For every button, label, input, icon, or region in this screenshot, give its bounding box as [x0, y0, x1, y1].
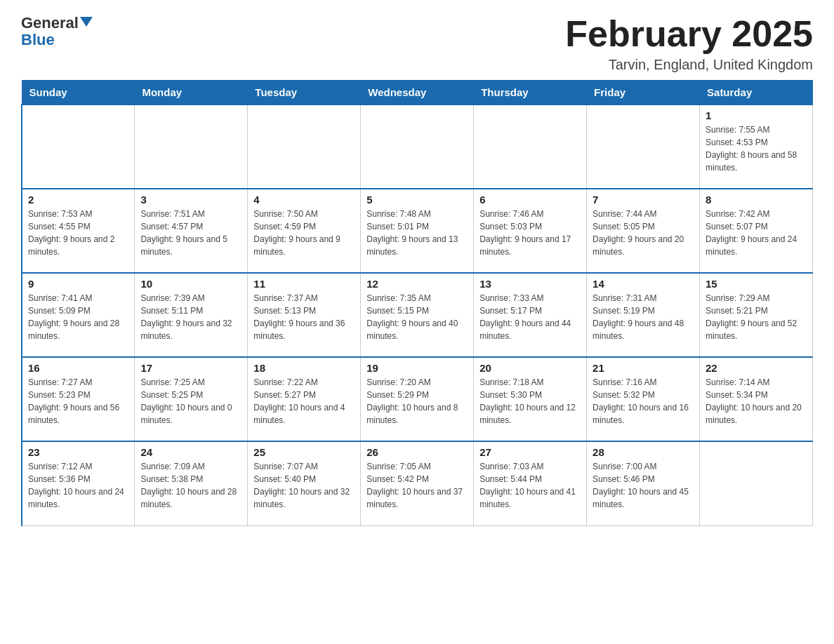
calendar-cell: 28Sunrise: 7:00 AM Sunset: 5:46 PM Dayli…	[587, 441, 700, 525]
day-number: 2	[28, 194, 128, 206]
day-info: Sunrise: 7:50 AM Sunset: 4:59 PM Dayligh…	[253, 208, 355, 258]
calendar-week-row: 9Sunrise: 7:41 AM Sunset: 5:09 PM Daylig…	[22, 273, 813, 357]
calendar-cell: 1Sunrise: 7:55 AM Sunset: 4:53 PM Daylig…	[700, 105, 813, 189]
day-info: Sunrise: 7:35 AM Sunset: 5:15 PM Dayligh…	[366, 292, 468, 342]
calendar-week-row: 23Sunrise: 7:12 AM Sunset: 5:36 PM Dayli…	[22, 441, 813, 525]
calendar-week-row: 1Sunrise: 7:55 AM Sunset: 4:53 PM Daylig…	[22, 105, 813, 189]
calendar-cell	[587, 105, 700, 189]
day-info: Sunrise: 7:20 AM Sunset: 5:29 PM Dayligh…	[366, 376, 468, 427]
day-number: 6	[479, 194, 581, 206]
calendar-cell: 6Sunrise: 7:46 AM Sunset: 5:03 PM Daylig…	[474, 189, 587, 273]
day-number: 26	[366, 446, 468, 458]
day-info: Sunrise: 7:29 AM Sunset: 5:21 PM Dayligh…	[706, 292, 807, 342]
day-number: 8	[706, 194, 807, 206]
calendar-header-row: SundayMondayTuesdayWednesdayThursdayFrid…	[22, 81, 813, 105]
calendar-cell: 14Sunrise: 7:31 AM Sunset: 5:19 PM Dayli…	[587, 273, 700, 357]
calendar-cell: 2Sunrise: 7:53 AM Sunset: 4:55 PM Daylig…	[22, 189, 135, 273]
calendar-cell: 25Sunrise: 7:07 AM Sunset: 5:40 PM Dayli…	[248, 441, 361, 525]
calendar-cell: 27Sunrise: 7:03 AM Sunset: 5:44 PM Dayli…	[474, 441, 587, 525]
calendar-header-saturday: Saturday	[700, 81, 813, 105]
calendar-cell: 16Sunrise: 7:27 AM Sunset: 5:23 PM Dayli…	[22, 357, 135, 441]
calendar-table: SundayMondayTuesdayWednesdayThursdayFrid…	[21, 80, 813, 526]
location-subtitle: Tarvin, England, United Kingdom	[565, 57, 813, 73]
day-info: Sunrise: 7:42 AM Sunset: 5:07 PM Dayligh…	[706, 208, 807, 258]
day-number: 13	[479, 278, 581, 290]
calendar-week-row: 2Sunrise: 7:53 AM Sunset: 4:55 PM Daylig…	[22, 189, 813, 273]
calendar-cell: 9Sunrise: 7:41 AM Sunset: 5:09 PM Daylig…	[22, 273, 135, 357]
day-number: 17	[140, 362, 241, 374]
calendar-cell	[700, 441, 813, 525]
calendar-week-row: 16Sunrise: 7:27 AM Sunset: 5:23 PM Dayli…	[22, 357, 813, 441]
calendar-cell: 8Sunrise: 7:42 AM Sunset: 5:07 PM Daylig…	[700, 189, 813, 273]
logo-general-text: General	[21, 14, 79, 32]
calendar-cell: 21Sunrise: 7:16 AM Sunset: 5:32 PM Dayli…	[587, 357, 700, 441]
calendar-cell: 19Sunrise: 7:20 AM Sunset: 5:29 PM Dayli…	[361, 357, 474, 441]
day-number: 1	[706, 109, 807, 121]
calendar-cell: 15Sunrise: 7:29 AM Sunset: 5:21 PM Dayli…	[700, 273, 813, 357]
title-section: February 2025 Tarvin, England, United Ki…	[565, 14, 813, 73]
logo-blue-text: Blue	[21, 31, 55, 49]
day-info: Sunrise: 7:44 AM Sunset: 5:05 PM Dayligh…	[593, 208, 694, 258]
calendar-cell	[135, 105, 248, 189]
day-number: 7	[593, 194, 694, 206]
day-number: 19	[366, 362, 468, 374]
calendar-header-wednesday: Wednesday	[361, 81, 474, 105]
day-number: 24	[140, 446, 241, 458]
calendar-cell: 23Sunrise: 7:12 AM Sunset: 5:36 PM Dayli…	[22, 441, 135, 525]
day-info: Sunrise: 7:55 AM Sunset: 4:53 PM Dayligh…	[706, 123, 807, 174]
day-info: Sunrise: 7:48 AM Sunset: 5:01 PM Dayligh…	[366, 208, 468, 258]
calendar-cell: 11Sunrise: 7:37 AM Sunset: 5:13 PM Dayli…	[248, 273, 361, 357]
day-number: 18	[253, 362, 355, 374]
calendar-cell: 13Sunrise: 7:33 AM Sunset: 5:17 PM Dayli…	[474, 273, 587, 357]
day-info: Sunrise: 7:22 AM Sunset: 5:27 PM Dayligh…	[253, 376, 355, 427]
calendar-cell: 7Sunrise: 7:44 AM Sunset: 5:05 PM Daylig…	[587, 189, 700, 273]
day-info: Sunrise: 7:16 AM Sunset: 5:32 PM Dayligh…	[593, 376, 694, 427]
calendar-cell: 10Sunrise: 7:39 AM Sunset: 5:11 PM Dayli…	[135, 273, 248, 357]
calendar-cell: 12Sunrise: 7:35 AM Sunset: 5:15 PM Dayli…	[361, 273, 474, 357]
day-number: 28	[593, 446, 694, 458]
day-number: 5	[366, 194, 468, 206]
day-info: Sunrise: 7:07 AM Sunset: 5:40 PM Dayligh…	[253, 460, 355, 511]
calendar-cell: 24Sunrise: 7:09 AM Sunset: 5:38 PM Dayli…	[135, 441, 248, 525]
day-number: 11	[253, 278, 355, 290]
day-info: Sunrise: 7:25 AM Sunset: 5:25 PM Dayligh…	[140, 376, 241, 427]
day-number: 4	[253, 194, 355, 206]
logo: General Blue	[21, 14, 93, 49]
day-info: Sunrise: 7:18 AM Sunset: 5:30 PM Dayligh…	[479, 376, 581, 427]
day-number: 3	[140, 194, 241, 206]
day-info: Sunrise: 7:46 AM Sunset: 5:03 PM Dayligh…	[479, 208, 581, 258]
day-number: 27	[479, 446, 581, 458]
calendar-header-friday: Friday	[587, 81, 700, 105]
day-info: Sunrise: 7:00 AM Sunset: 5:46 PM Dayligh…	[593, 460, 694, 511]
day-info: Sunrise: 7:37 AM Sunset: 5:13 PM Dayligh…	[253, 292, 355, 342]
day-number: 12	[366, 278, 468, 290]
day-number: 23	[28, 446, 128, 458]
day-info: Sunrise: 7:14 AM Sunset: 5:34 PM Dayligh…	[706, 376, 807, 427]
calendar-cell: 22Sunrise: 7:14 AM Sunset: 5:34 PM Dayli…	[700, 357, 813, 441]
calendar-cell	[361, 105, 474, 189]
day-number: 21	[593, 362, 694, 374]
day-number: 15	[706, 278, 807, 290]
day-info: Sunrise: 7:12 AM Sunset: 5:36 PM Dayligh…	[28, 460, 128, 511]
day-info: Sunrise: 7:33 AM Sunset: 5:17 PM Dayligh…	[479, 292, 581, 342]
calendar-header-thursday: Thursday	[474, 81, 587, 105]
calendar-header-monday: Monday	[135, 81, 248, 105]
calendar-cell: 26Sunrise: 7:05 AM Sunset: 5:42 PM Dayli…	[361, 441, 474, 525]
day-number: 25	[253, 446, 355, 458]
day-number: 9	[28, 278, 128, 290]
calendar-header-sunday: Sunday	[22, 81, 135, 105]
calendar-cell: 3Sunrise: 7:51 AM Sunset: 4:57 PM Daylig…	[135, 189, 248, 273]
day-number: 20	[479, 362, 581, 374]
day-info: Sunrise: 7:03 AM Sunset: 5:44 PM Dayligh…	[479, 460, 581, 511]
logo-triangle-icon	[80, 17, 93, 27]
day-info: Sunrise: 7:51 AM Sunset: 4:57 PM Dayligh…	[140, 208, 241, 258]
day-info: Sunrise: 7:27 AM Sunset: 5:23 PM Dayligh…	[28, 376, 128, 427]
calendar-cell	[22, 105, 135, 189]
day-info: Sunrise: 7:05 AM Sunset: 5:42 PM Dayligh…	[366, 460, 468, 511]
day-number: 14	[593, 278, 694, 290]
page-header: General Blue February 2025 Tarvin, Engla…	[21, 14, 813, 73]
calendar-cell: 20Sunrise: 7:18 AM Sunset: 5:30 PM Dayli…	[474, 357, 587, 441]
calendar-cell: 5Sunrise: 7:48 AM Sunset: 5:01 PM Daylig…	[361, 189, 474, 273]
month-title: February 2025	[565, 14, 813, 54]
day-number: 10	[140, 278, 241, 290]
